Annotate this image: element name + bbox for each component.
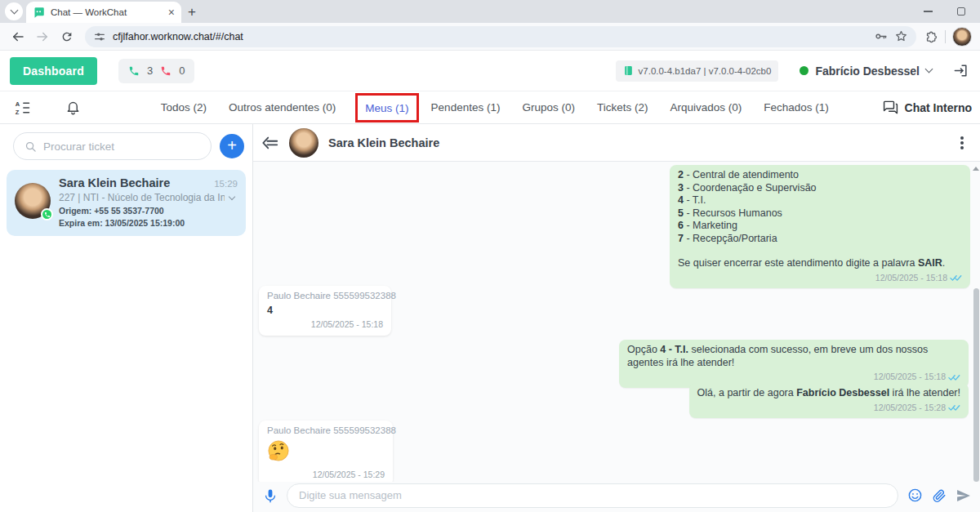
- search-input[interactable]: [43, 140, 203, 153]
- svg-text:Z: Z: [16, 108, 20, 115]
- calls-active-count: 3: [147, 65, 153, 77]
- chevron-down-icon: [10, 7, 18, 15]
- red-annotation-box: Meus (1): [355, 93, 418, 122]
- message-bot-menu: 2 - Central de atendimento 3 - Coordenaç…: [670, 165, 970, 288]
- browser-profile-avatar[interactable]: [952, 27, 972, 47]
- chat-interno-button[interactable]: Chat Interno: [883, 100, 972, 115]
- tab-pendentes[interactable]: Pendentes (1): [431, 101, 501, 114]
- user-menu[interactable]: Fabrício Desbessel: [800, 65, 932, 78]
- ticket-search[interactable]: [13, 132, 212, 160]
- reload-button[interactable]: [57, 27, 77, 47]
- new-tab-button[interactable]: +: [181, 2, 203, 23]
- ticket-list-item[interactable]: Sara Klein Bechaire 15:29 227 | NTI - Nú…: [7, 170, 246, 236]
- user-name: Fabrício Desbessel: [815, 65, 920, 78]
- svg-text:A: A: [16, 100, 20, 108]
- message-user-emoji: Paulo Bechaire 555599532388: [259, 421, 393, 482]
- message-option-confirm: Opção 4 - T.I. selecionada com sucesso, …: [619, 340, 969, 388]
- message-timestamp: 12/05/2025 - 15:18: [874, 371, 946, 384]
- double-check-icon: [948, 373, 960, 381]
- online-status-dot: [800, 66, 808, 75]
- calls-missed-count: 0: [179, 65, 185, 77]
- calls-counter: 3 0: [118, 59, 194, 83]
- browser-tab-active[interactable]: Chat — WorkChat ×: [26, 2, 181, 23]
- browser-toolbar: cfjlfahor.worknow.chat/#/chat: [0, 23, 980, 51]
- internal-chat-icon: [883, 100, 898, 115]
- dashboard-button[interactable]: Dashboard: [10, 57, 97, 85]
- double-check-icon: [950, 274, 962, 282]
- ticket-queue: 227 | NTI - Núcelo de Tecnologia da Info…: [59, 192, 225, 203]
- toolbar-separator: [945, 30, 946, 43]
- forward-button[interactable]: [33, 27, 52, 47]
- minimize-icon[interactable]: [924, 11, 933, 12]
- filter-tabs-row: AZ Todos (2) Outros atendentes (0) Meus …: [0, 91, 980, 124]
- ticket-last-time: 15:29: [214, 179, 238, 189]
- tab-fechados[interactable]: Fechados (1): [764, 101, 829, 114]
- version-book-icon: [623, 65, 634, 76]
- maximize-icon[interactable]: [957, 7, 965, 16]
- chat-contact-avatar: [289, 128, 318, 158]
- search-icon: [24, 140, 37, 153]
- browser-tabstrip: Chat — WorkChat × +: [0, 0, 980, 23]
- address-bar[interactable]: cfjlfahor.worknow.chat/#/chat: [85, 26, 916, 47]
- chat-panel: Sara Klein Bechaire 2 - Central de atend…: [253, 124, 980, 512]
- logout-button[interactable]: [953, 63, 969, 78]
- ticket-expiry: Expira em: 13/05/2025 15:19:00: [59, 218, 238, 228]
- kebab-menu-icon[interactable]: [960, 141, 964, 145]
- back-button[interactable]: [8, 27, 28, 47]
- version-text: v7.0.0-4.b1da7 | v7.0.0-4-02cb0: [639, 66, 772, 76]
- emoji-picker-icon[interactable]: [907, 488, 923, 503]
- messages-area[interactable]: 2 - Central de atendimento 3 - Coordenaç…: [253, 162, 980, 482]
- bell-icon[interactable]: [65, 100, 81, 115]
- message-agent-assigned: Olá, a partir de agora Fabrício Desbesse…: [689, 383, 969, 418]
- message-input[interactable]: [287, 483, 898, 508]
- add-ticket-button[interactable]: +: [220, 134, 244, 158]
- tab-close-icon[interactable]: ×: [168, 7, 175, 18]
- bookmark-star-icon[interactable]: [894, 29, 908, 43]
- ticket-sidebar: + Sara Klein Bechaire 15:29 227 | NTI - …: [0, 124, 253, 512]
- site-info-icon[interactable]: [93, 30, 106, 43]
- tab-arquivados[interactable]: Arquivados (0): [670, 101, 742, 114]
- message-timestamp: 12/05/2025 - 15:29: [313, 469, 385, 482]
- url-text[interactable]: cfjlfahor.worknow.chat/#/chat: [113, 31, 867, 42]
- attachment-paperclip-icon[interactable]: [932, 488, 947, 503]
- chat-header: Sara Klein Bechaire: [253, 124, 980, 162]
- sort-alpha-icon[interactable]: AZ: [15, 100, 31, 116]
- workchat-favicon-icon: [33, 7, 45, 19]
- filter-row-icons: AZ: [15, 100, 81, 116]
- filter-tabs: Todos (2) Outros atendentes (0) Meus (1)…: [130, 100, 860, 115]
- ticket-expand-chevron-icon[interactable]: [229, 194, 235, 200]
- app-header: Dashboard 3 0 v7.0.0-4.b1da7 | v7.0.0-4-…: [0, 51, 980, 91]
- extensions-icon[interactable]: [924, 29, 938, 43]
- version-badge: v7.0.0-4.b1da7 | v7.0.0-4-02cb0: [616, 60, 779, 82]
- tab-grupos[interactable]: Grupos (0): [522, 101, 575, 114]
- tab-tickets[interactable]: Tickets (2): [597, 101, 648, 114]
- tab-todos[interactable]: Todos (2): [161, 101, 207, 114]
- phone-active-icon: [128, 65, 140, 77]
- workchat-window: Chat — WorkChat × + cfjlfahor.worknow.ch…: [0, 0, 980, 512]
- tab-outros-atendentes[interactable]: Outros atendentes (0): [229, 101, 336, 114]
- messages-scrollbar[interactable]: [973, 162, 980, 482]
- whatsapp-badge-icon: [41, 208, 53, 220]
- ticket-contact-name: Sara Klein Bechaire: [59, 176, 214, 189]
- message-user-option: Paulo Bechaire 555599532388 4 12/05/2025…: [259, 286, 391, 336]
- message-timestamp: 12/05/2025 - 15:18: [311, 318, 383, 332]
- tab-title: Chat — WorkChat: [51, 7, 163, 17]
- chevron-down-icon: [925, 65, 933, 73]
- message-timestamp: 12/05/2025 - 15:18: [875, 272, 947, 285]
- double-check-icon: [948, 403, 960, 412]
- tab-meus[interactable]: Meus (1): [365, 102, 408, 114]
- return-to-list-icon[interactable]: [261, 134, 279, 152]
- microphone-icon[interactable]: [263, 488, 278, 503]
- phone-missed-icon: [160, 65, 172, 77]
- message-sender: Paulo Bechaire 555599532388: [267, 290, 383, 303]
- window-controls: [924, 0, 965, 23]
- chat-contact-name: Sara Klein Bechaire: [328, 136, 944, 149]
- send-message-icon[interactable]: [956, 488, 972, 504]
- tab-search-button[interactable]: [5, 2, 23, 20]
- message-timestamp: 12/05/2025 - 15:28: [874, 402, 946, 415]
- scrollbar-thumb[interactable]: [973, 288, 979, 482]
- chat-interno-label: Chat Interno: [905, 101, 972, 114]
- thinking-face-emoji: [267, 439, 290, 462]
- ticket-origin: Origem: +55 55 3537-7700: [59, 206, 238, 216]
- password-key-icon[interactable]: [874, 29, 888, 43]
